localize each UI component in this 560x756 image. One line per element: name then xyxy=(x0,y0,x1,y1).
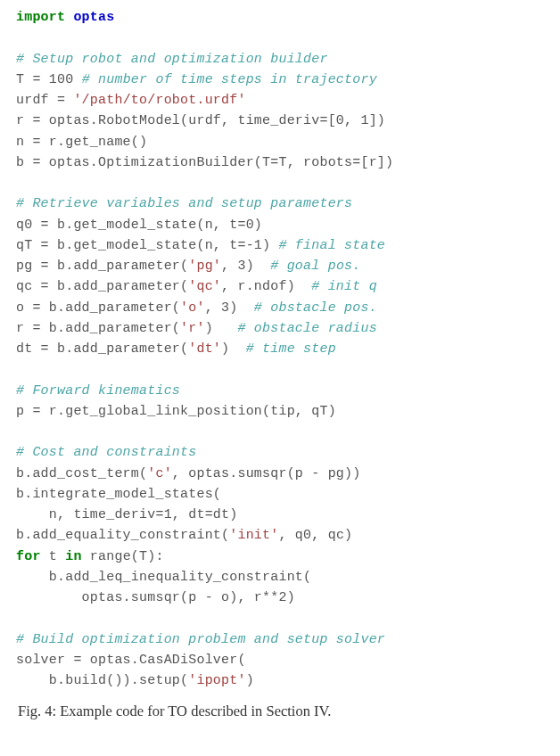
code-text: ) xyxy=(246,673,254,688)
code-line: T = 100 # number of time steps in trajec… xyxy=(16,72,377,87)
comment: # goal pos. xyxy=(270,259,360,274)
code-line: import optas xyxy=(16,10,114,25)
code-line: n = r.get_name() xyxy=(16,135,147,150)
code-text: pg = b.add_parameter( xyxy=(16,259,188,274)
code-line: pg = b.add_parameter('pg', 3) # goal pos… xyxy=(16,259,360,274)
code-text: dt = b.add_parameter( xyxy=(16,341,188,357)
code-line: n, time_deriv=1, dt=dt) xyxy=(16,507,237,522)
keyword-in: in xyxy=(65,549,81,564)
code-line: dt = b.add_parameter('dt') # time step xyxy=(16,341,336,357)
code-line: q0 = b.get_model_state(n, t=0) xyxy=(16,218,262,233)
code-text: b.add_equality_constraint( xyxy=(16,528,229,543)
code-line: optas.sumsqr(p - o), r**2) xyxy=(16,590,295,605)
comment: # number of time steps in trajectory xyxy=(82,72,377,87)
code-line: r = b.add_parameter('r') # obstacle radi… xyxy=(16,321,377,336)
comment: # final state xyxy=(278,238,385,253)
module-name: optas xyxy=(73,10,114,25)
keyword-for: for xyxy=(16,549,41,564)
code-line: b.add_leq_inequality_constraint( xyxy=(16,570,311,585)
string-literal: 'init' xyxy=(229,528,278,543)
code-line: solver = optas.CasADiSolver( xyxy=(16,653,246,668)
code-line: qT = b.get_model_state(n, t=-1) # final … xyxy=(16,238,385,253)
keyword-import: import xyxy=(16,10,65,25)
string-literal: '/path/to/robot.urdf' xyxy=(73,93,245,108)
code-line: r = optas.RobotModel(urdf, time_deriv=[0… xyxy=(16,113,385,128)
comment: # Forward kinematics xyxy=(16,383,180,399)
comment: # init q xyxy=(311,279,377,294)
code-text: r = b.add_parameter( xyxy=(16,321,180,336)
code-text: urdf = xyxy=(16,93,73,108)
code-line: b.integrate_model_states( xyxy=(16,487,221,502)
comment: # Build optimization problem and setup s… xyxy=(16,632,385,647)
code-line: p = r.get_global_link_position(tip, qT) xyxy=(16,404,336,419)
comment: # obstacle radius xyxy=(237,321,376,336)
code-text: , optas.sumsqr(p - pg)) xyxy=(172,466,361,481)
code-text: b.add_cost_term( xyxy=(16,466,147,481)
comment: # Cost and constraints xyxy=(16,445,196,460)
string-literal: 'dt' xyxy=(188,341,221,357)
comment: # time step xyxy=(246,341,336,357)
code-text: b.build()).setup( xyxy=(16,673,188,688)
figure-caption: Fig. 4: Example code for TO described in… xyxy=(16,700,544,723)
code-text: T = 100 xyxy=(16,72,82,87)
code-text: t xyxy=(41,549,66,564)
string-literal: 'qc' xyxy=(188,279,221,294)
code-line: qc = b.add_parameter('qc', r.ndof) # ini… xyxy=(16,279,377,294)
code-listing: import optas # Setup robot and optimizat… xyxy=(16,7,544,691)
code-text: ) xyxy=(205,321,238,336)
code-text: , 3) xyxy=(221,259,270,274)
code-text: , q0, qc) xyxy=(278,528,352,543)
code-line: b.add_cost_term('c', optas.sumsqr(p - pg… xyxy=(16,466,360,481)
code-text: , r.ndof) xyxy=(221,279,311,294)
code-text: o = b.add_parameter( xyxy=(16,300,180,316)
string-literal: 'pg' xyxy=(188,259,221,274)
string-literal: 'ipopt' xyxy=(188,673,245,688)
code-line: urdf = '/path/to/robot.urdf' xyxy=(16,93,246,108)
string-literal: 'c' xyxy=(147,466,172,481)
code-line: o = b.add_parameter('o', 3) # obstacle p… xyxy=(16,300,377,316)
code-text: , 3) xyxy=(205,300,254,316)
code-text: range(T): xyxy=(82,549,164,564)
code-line: b.build()).setup('ipopt') xyxy=(16,673,254,688)
string-literal: 'r' xyxy=(180,321,205,336)
code-line: b.add_equality_constraint('init', q0, qc… xyxy=(16,528,352,543)
code-text: ) xyxy=(221,341,246,357)
code-text: qT = b.get_model_state(n, t=-1) xyxy=(16,238,278,253)
comment: # obstacle pos. xyxy=(254,300,377,316)
code-text: qc = b.add_parameter( xyxy=(16,279,188,294)
comment: # Retrieve variables and setup parameter… xyxy=(16,196,352,211)
comment: # Setup robot and optimization builder xyxy=(16,52,328,67)
string-literal: 'o' xyxy=(180,300,205,316)
code-line: b = optas.OptimizationBuilder(T=T, robot… xyxy=(16,155,393,170)
code-line: for t in range(T): xyxy=(16,549,164,564)
